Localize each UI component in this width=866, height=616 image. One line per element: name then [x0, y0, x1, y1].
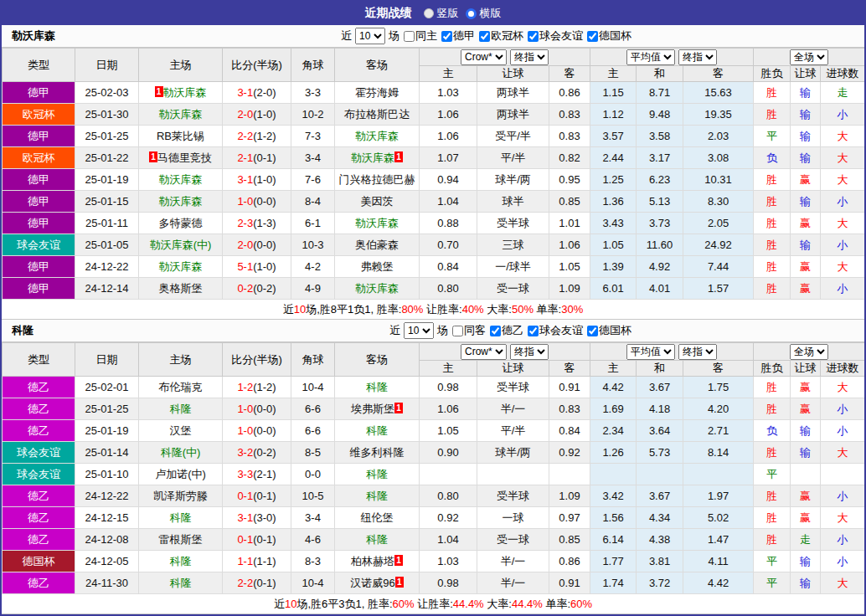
score-cell: 1-0(0-0)	[223, 420, 291, 442]
column-header: 客场	[335, 343, 420, 377]
radio-selected-icon[interactable]	[466, 8, 477, 19]
avg-away-cell: 10.31	[683, 169, 754, 191]
league-checkbox[interactable]	[490, 326, 501, 336]
scope-group-header: 全场	[754, 343, 865, 361]
goals-result-cell: 大	[821, 147, 865, 169]
avg-home-cell: 3.42	[590, 485, 637, 507]
goals-result-cell: 小	[821, 398, 865, 420]
league-checkbox[interactable]	[528, 326, 539, 336]
match-row: 欧冠杯25-01-30勒沃库森2-0(1-0)10-2布拉格斯巴达1.06两球半…	[3, 104, 865, 126]
section-header: 科隆近10场同客德乙球会友谊德国杯	[2, 320, 864, 342]
near-label: 近	[341, 28, 352, 44]
away-team-cell: 科隆	[335, 529, 420, 551]
league-type-cell: 德乙	[3, 507, 75, 529]
column-header: 和	[637, 361, 683, 377]
match-row: 德甲25-02-031勒沃库森3-1(2-0)3-3霍芬海姆1.03两球半0.8…	[3, 82, 865, 104]
final-odds-select-2[interactable]: 终指	[678, 344, 717, 360]
same-venue-checkbox[interactable]	[452, 326, 463, 336]
corner-cell: 10-4	[291, 377, 335, 398]
handicap-cell: 两球半	[477, 82, 549, 104]
avg-home-cell: 1.25	[590, 169, 637, 191]
avg-away-cell: 2.03	[683, 126, 754, 147]
average-group-header: 平均值终指	[590, 49, 754, 66]
league-checkbox[interactable]	[587, 31, 598, 42]
goals-result-cell: 大	[821, 442, 865, 464]
match-row: 球会友谊25-01-05勒沃库森(中)2-0(0-0)10-3奥伯豪森0.70三…	[3, 234, 865, 256]
date-cell: 24-12-14	[75, 278, 139, 300]
goals-result-cell: 小	[821, 529, 865, 551]
average-select[interactable]: 平均值	[626, 49, 675, 65]
avg-home-cell: 1.12	[590, 104, 637, 126]
league-type-cell: 德甲	[3, 256, 75, 278]
handicap-cell	[477, 464, 549, 485]
result-cell: 胜	[754, 485, 791, 507]
handicap-result-cell: 赢	[791, 256, 821, 278]
league-label: 德国杯	[599, 28, 631, 44]
home-odds-cell: 1.03	[420, 82, 477, 104]
handicap-result-cell: 输	[791, 442, 821, 464]
average-group-header: 平均值终指	[590, 343, 754, 361]
column-header: 类型	[3, 343, 75, 377]
final-odds-select-1[interactable]: 终指	[510, 344, 549, 360]
league-label: 德乙	[502, 323, 523, 338]
final-odds-select-2[interactable]: 终指	[678, 49, 717, 65]
date-cell: 24-12-22	[75, 485, 139, 507]
match-row: 欧冠杯25-01-221马德里竞技2-1(0-1)3-4勒沃库森11.07平/半…	[3, 147, 865, 169]
crow-select[interactable]: Crow*	[461, 49, 507, 65]
team-name: 美因茨	[361, 195, 394, 208]
score-cell: 0-1(0-1)	[223, 485, 291, 507]
league-checkbox[interactable]	[479, 31, 490, 42]
final-odds-select-1[interactable]: 终指	[510, 49, 549, 65]
match-count-select[interactable]: 10	[404, 322, 434, 339]
away-team-cell: 勒沃库森	[335, 278, 420, 300]
handicap-result-cell: 输	[791, 126, 821, 147]
avg-away-cell: 2.05	[683, 213, 754, 234]
radio-unselected-icon[interactable]	[424, 8, 434, 18]
layout-horizontal-option[interactable]: 横版	[466, 6, 502, 21]
column-header: 日期	[75, 49, 139, 82]
red-card-badge: 1	[149, 151, 157, 162]
team-name: 门兴格拉德巴赫	[339, 173, 415, 186]
avg-away-cell: 4.11	[683, 551, 754, 572]
league-checkbox[interactable]	[441, 31, 452, 42]
column-header: 客场	[335, 49, 420, 82]
date-cell: 24-11-30	[75, 572, 139, 594]
summary-segment: 单率:	[534, 303, 561, 316]
league-checkbox[interactable]	[528, 31, 539, 42]
average-select[interactable]: 平均值	[626, 344, 675, 360]
column-header: 比分(半场)	[223, 343, 291, 377]
handicap-result-cell: 输	[791, 82, 821, 104]
home-team-cell: 1马德里竞技	[139, 147, 223, 169]
away-team-cell: 奥伯豪森	[335, 234, 420, 256]
summary-segment: 40%	[462, 303, 484, 316]
crow-select[interactable]: Crow*	[461, 344, 507, 360]
layout-vertical-option[interactable]: 竖版	[424, 6, 459, 21]
team-name: 科隆	[366, 381, 388, 393]
scope-select[interactable]: 全场	[790, 49, 828, 65]
league-type-cell: 德甲	[3, 169, 75, 191]
league-type-cell: 德乙	[3, 485, 75, 507]
match-count-select[interactable]: 10	[355, 28, 385, 44]
avg-draw-cell: 3.67	[637, 485, 683, 507]
filters: 近10场同主德甲欧冠杯球会友谊德国杯	[341, 28, 631, 44]
score-cell: 5-1(1-0)	[223, 256, 291, 278]
same-venue-checkbox[interactable]	[404, 31, 415, 42]
handicap-cell: 一/球半	[477, 256, 549, 278]
summary-segment: 场,胜8平1负1, 胜率:	[306, 303, 401, 316]
away-odds-cell: 0.85	[549, 529, 590, 551]
result-cell: 胜	[754, 278, 791, 300]
matches-table: 类型日期主场比分(半场)角球客场Crow*终指平均值终指全场主让球客主和客胜负让…	[2, 342, 865, 594]
same-venue-label: 同主	[415, 28, 437, 44]
summary-segment: 44.4%	[512, 598, 543, 610]
team-name: 布伦瑞克	[159, 381, 203, 393]
corner-cell: 3-4	[291, 147, 335, 169]
date-cell: 25-01-22	[75, 147, 139, 169]
scope-select[interactable]: 全场	[790, 344, 828, 360]
home-team-cell: 勒沃库森	[139, 104, 223, 126]
column-header: 客	[683, 66, 754, 82]
league-checkbox[interactable]	[587, 326, 598, 336]
team-name: 勒沃库森	[355, 282, 399, 295]
corner-cell: 4-6	[291, 529, 335, 551]
handicap-cell: 受平/半	[477, 126, 549, 147]
handicap-result-cell: 赢	[791, 377, 821, 398]
